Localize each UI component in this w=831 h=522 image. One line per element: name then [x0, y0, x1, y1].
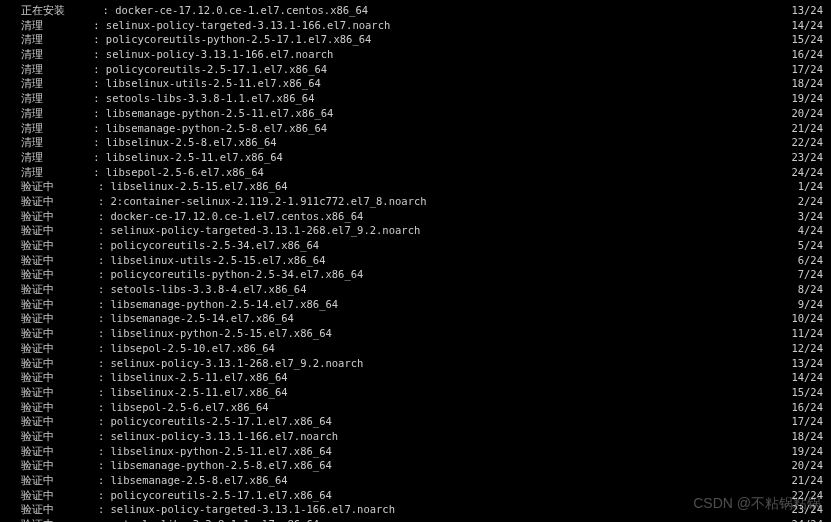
output-line: 验证中 : policycoreutils-2.5-17.1.el7.x86_6… [8, 414, 823, 429]
output-line: 清理 : setools-libs-3.3.8-1.1.el7.x86_6419… [8, 91, 823, 106]
output-line: 清理 : libsemanage-python-2.5-8.el7.x86_64… [8, 121, 823, 136]
output-line: 验证中 : libselinux-2.5-11.el7.x86_6415/24 [8, 385, 823, 400]
output-line: 验证中 : libsemanage-python-2.5-14.el7.x86_… [8, 297, 823, 312]
output-line: 清理 : libsepol-2.5-6.el7.x86_6424/24 [8, 165, 823, 180]
output-line: 验证中 : libselinux-2.5-11.el7.x86_6414/24 [8, 370, 823, 385]
output-line: 验证中 : selinux-policy-3.13.1-166.el7.noar… [8, 429, 823, 444]
output-line: 清理 : selinux-policy-3.13.1-166.el7.noarc… [8, 47, 823, 62]
output-line: 验证中 : docker-ce-17.12.0.ce-1.el7.centos.… [8, 209, 823, 224]
output-line: 验证中 : libsemanage-python-2.5-8.el7.x86_6… [8, 458, 823, 473]
output-line: 正在安装 : docker-ce-17.12.0.ce-1.el7.centos… [8, 3, 823, 18]
output-line: 验证中 : libselinux-utils-2.5-15.el7.x86_64… [8, 253, 823, 268]
output-line: 验证中 : libsemanage-2.5-14.el7.x86_6410/24 [8, 311, 823, 326]
output-line: 清理 : policycoreutils-2.5-17.1.el7.x86_64… [8, 62, 823, 77]
output-line: 验证中 : libsepol-2.5-6.el7.x86_6416/24 [8, 400, 823, 415]
output-line: 验证中 : setools-libs-3.3.8-1.1.el7.x86_642… [8, 517, 823, 522]
output-line: 清理 : libselinux-2.5-8.el7.x86_6422/24 [8, 135, 823, 150]
output-line: 验证中 : policycoreutils-2.5-34.el7.x86_645… [8, 238, 823, 253]
output-line: 验证中 : libsepol-2.5-10.el7.x86_6412/24 [8, 341, 823, 356]
output-line: 验证中 : selinux-policy-targeted-3.13.1-268… [8, 223, 823, 238]
output-line: 清理 : libselinux-2.5-11.el7.x86_6423/24 [8, 150, 823, 165]
output-line: 验证中 : 2:container-selinux-2.119.2-1.911c… [8, 194, 823, 209]
output-line: 验证中 : libselinux-2.5-15.el7.x86_641/24 [8, 179, 823, 194]
watermark: CSDN @不粘锅粘锅 [693, 494, 821, 514]
output-line: 验证中 : setools-libs-3.3.8-4.el7.x86_648/2… [8, 282, 823, 297]
output-line: 验证中 : selinux-policy-3.13.1-268.el7_9.2.… [8, 356, 823, 371]
terminal-output: 正在安装 : docker-ce-17.12.0.ce-1.el7.centos… [8, 3, 823, 522]
output-line: 清理 : selinux-policy-targeted-3.13.1-166.… [8, 18, 823, 33]
output-line: 清理 : libselinux-utils-2.5-11.el7.x86_641… [8, 76, 823, 91]
output-line: 验证中 : libselinux-python-2.5-15.el7.x86_6… [8, 326, 823, 341]
output-line: 清理 : policycoreutils-python-2.5-17.1.el7… [8, 32, 823, 47]
output-line: 清理 : libsemanage-python-2.5-11.el7.x86_6… [8, 106, 823, 121]
output-line: 验证中 : libsemanage-2.5-8.el7.x86_6421/24 [8, 473, 823, 488]
output-line: 验证中 : policycoreutils-python-2.5-34.el7.… [8, 267, 823, 282]
output-line: 验证中 : libselinux-python-2.5-11.el7.x86_6… [8, 444, 823, 459]
